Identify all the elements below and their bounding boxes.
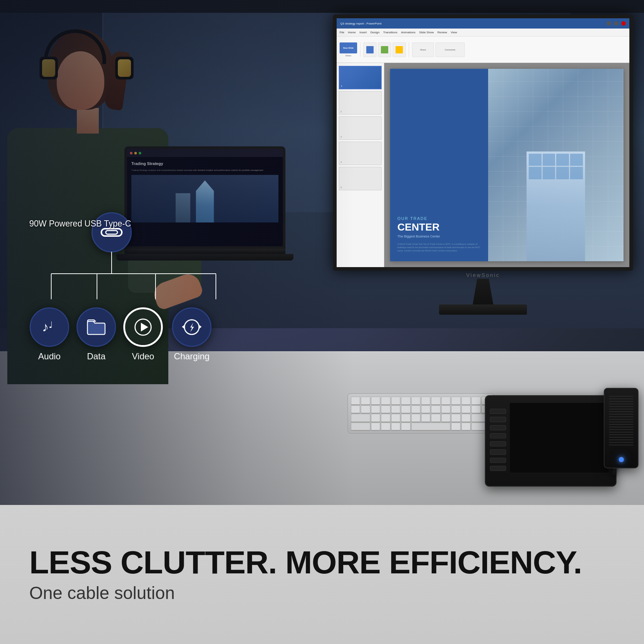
- monitor-brand-label: ViewSonic: [466, 272, 500, 278]
- slide-thumb-3[interactable]: 3: [339, 116, 382, 140]
- key: [431, 405, 440, 413]
- ribbon-right-group: Share Comments: [412, 42, 465, 57]
- image-section: Trading Strategy Trading Strategy analys…: [0, 0, 644, 505]
- key: [381, 423, 390, 431]
- window: [556, 167, 569, 179]
- slide-thumb-1-bg: [340, 67, 381, 89]
- ribbon-btn-new[interactable]: New Slide: [340, 42, 357, 53]
- speaker-grill: [609, 396, 633, 453]
- slide-canvas: OUR TRADE CENTER The Biggest Business Ce…: [390, 69, 624, 261]
- ribbon-share-btn[interactable]: Share: [412, 42, 434, 57]
- key-caps: [351, 414, 370, 422]
- key: [441, 414, 450, 422]
- key: [391, 414, 400, 422]
- laptop: Trading Strategy Trading Strategy analys…: [124, 146, 285, 278]
- ppt-ribbon: New Slide Slides: [337, 37, 629, 63]
- keyboard: [348, 393, 494, 434]
- main-container: Trading Strategy Trading Strategy analys…: [0, 0, 644, 644]
- speaker: [604, 388, 639, 468]
- grill-line: [609, 414, 633, 415]
- subheadline: One cable solution: [29, 583, 615, 603]
- ribbon-image-btn[interactable]: [393, 42, 406, 57]
- window: [556, 154, 569, 166]
- laptop-max-dot: [139, 152, 141, 154]
- key: [401, 423, 410, 431]
- window-controls: [607, 21, 626, 26]
- key: [421, 397, 430, 405]
- menu-file[interactable]: File: [340, 31, 344, 34]
- key: [451, 423, 460, 431]
- window: [543, 154, 555, 166]
- menu-trans[interactable]: Transitions: [383, 31, 397, 34]
- key: [401, 405, 410, 413]
- slide-thumb-4[interactable]: 4: [339, 142, 382, 165]
- laptop-base: [116, 254, 293, 261]
- menu-view[interactable]: View: [451, 31, 457, 34]
- win-close: [621, 21, 626, 26]
- key: [401, 414, 410, 422]
- grill-line: [609, 434, 633, 435]
- window: [570, 167, 583, 179]
- grill-line: [609, 427, 633, 427]
- tablet-btn-3[interactable]: [490, 425, 506, 430]
- monitor-neck: [468, 279, 498, 304]
- ribbon-comments-btn[interactable]: Comments: [435, 42, 465, 57]
- slide-thumb-3-label: 3: [341, 136, 342, 138]
- monitor-base: [439, 304, 527, 315]
- headphone-right-cup: [115, 57, 134, 79]
- tablet-btn-4[interactable]: [490, 433, 506, 438]
- key: [461, 397, 471, 405]
- slide-thumb-5[interactable]: 5: [339, 167, 382, 190]
- menu-insert[interactable]: Insert: [359, 31, 367, 34]
- key: [461, 405, 471, 413]
- key: [461, 423, 471, 431]
- slide-body-text: A World Trade Center lets You Id Trade C…: [397, 243, 481, 252]
- window: [529, 154, 542, 166]
- key: [421, 405, 430, 413]
- slide-thumb-2[interactable]: 2: [339, 91, 382, 115]
- menu-design[interactable]: Design: [370, 31, 379, 34]
- grill-line: [609, 445, 633, 445]
- menu-home[interactable]: Home: [348, 31, 356, 34]
- monitor-large: Q3 strategy report - PowerPoint File Hom…: [333, 15, 633, 307]
- tablet-btn-5[interactable]: [490, 441, 506, 446]
- tablet-btn-1[interactable]: [490, 409, 506, 414]
- ribbon-layout-btn[interactable]: [363, 42, 377, 57]
- ppt-menubar: File Home Insert Design Transitions Anim…: [337, 29, 629, 37]
- grill-line: [609, 411, 633, 412]
- tablet-btn-2[interactable]: [490, 417, 506, 422]
- menu-slide[interactable]: Slide Show: [419, 31, 434, 34]
- headphone-left-pad: [42, 59, 55, 77]
- slide-left-panel: OUR TRADE CENTER The Biggest Business Ce…: [390, 69, 488, 261]
- laptop-screen: Trading Strategy Trading Strategy analys…: [124, 146, 285, 249]
- key: [401, 397, 410, 405]
- ribbon-theme-btn[interactable]: [378, 42, 391, 57]
- slide-thumb-2-label: 2: [341, 111, 342, 113]
- laptop-hinge: [124, 249, 285, 254]
- win-ctrl: [607, 21, 611, 26]
- key: [441, 405, 450, 413]
- key: [411, 397, 420, 405]
- building-windows: [527, 151, 585, 261]
- menu-anim[interactable]: Animations: [401, 31, 416, 34]
- tablet-btn-6[interactable]: [490, 449, 506, 454]
- menu-review[interactable]: Review: [438, 31, 447, 34]
- ribbon-group-slides: Slides: [340, 55, 357, 57]
- headphone-left-cup: [40, 57, 58, 79]
- grill-line: [609, 424, 633, 425]
- key: [431, 414, 440, 422]
- building-main: [527, 151, 585, 261]
- tablet-btn-7[interactable]: [490, 458, 506, 463]
- laptop-doc-body: Trading Strategy analysis and comprehens…: [131, 169, 278, 172]
- monitor-stand-assembly: ViewSonic: [333, 271, 633, 315]
- key: [411, 414, 420, 422]
- key: [371, 414, 380, 422]
- ppt-title: Q3 strategy report - PowerPoint: [340, 22, 607, 25]
- slide-thumb-1[interactable]: 1: [339, 66, 382, 89]
- bottom-banner: LESS CLUTTER. MORE EFFICIENCY. One cable…: [0, 505, 644, 644]
- slide-our-label: OUR TRADE: [397, 216, 481, 221]
- window: [570, 154, 583, 166]
- key: [351, 405, 360, 413]
- window: [543, 167, 555, 179]
- tablet-btn-8[interactable]: [490, 466, 506, 471]
